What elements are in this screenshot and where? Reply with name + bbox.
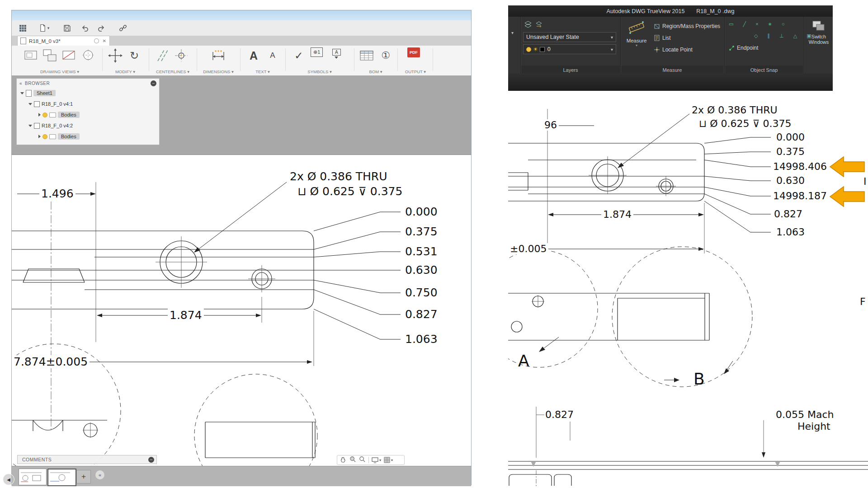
group-label[interactable]: CENTERLINES ▾ xyxy=(151,69,195,74)
tree-label: Bodies xyxy=(58,112,80,118)
expand-icon[interactable] xyxy=(28,103,32,105)
feature-control-frame-icon[interactable]: ⊕1 xyxy=(311,47,323,57)
surface-finish-icon[interactable]: ✓ xyxy=(291,47,307,64)
collapse-panel-icon[interactable]: ◀ xyxy=(3,474,14,485)
comments-bar[interactable]: COMMENTS – xyxy=(17,455,157,464)
visibility-bulb-icon[interactable] xyxy=(42,134,47,139)
switch-windows-button[interactable]: Switch Windows xyxy=(805,19,833,45)
ribbon-group-centerlines: CENTERLINES ▾ xyxy=(151,46,195,75)
display-settings-icon[interactable]: ▾ xyxy=(372,457,381,463)
visibility-bulb-icon[interactable] xyxy=(42,113,47,117)
sheet-thumbnails-bar: + « xyxy=(12,466,471,486)
centerline-icon[interactable] xyxy=(154,47,170,64)
comments-minimize-icon[interactable]: – xyxy=(148,457,154,463)
browser-collapse-icon[interactable]: « xyxy=(19,81,22,86)
group-label[interactable]: DIMENSIONS ▾ xyxy=(198,69,238,74)
save-icon[interactable] xyxy=(62,23,71,33)
dim-length: 1.874 xyxy=(601,209,633,220)
zoom-icon[interactable] xyxy=(359,456,366,465)
endpoint-snap-item[interactable]: Endpoint xyxy=(729,45,758,51)
tree-row-bodies-1[interactable]: Bodies xyxy=(17,109,159,120)
tree-row-bodies-2[interactable]: Bodies xyxy=(17,131,159,142)
layer-on-bulb-icon xyxy=(526,47,531,52)
redo-icon[interactable] xyxy=(97,23,106,33)
view-label-a: A xyxy=(518,352,529,370)
pan-icon[interactable] xyxy=(340,456,347,465)
fusion-titlebar[interactable] xyxy=(12,10,471,20)
tree-row-sheet1[interactable]: Sheet1 xyxy=(17,88,159,99)
tree-row-component-1[interactable]: R18_F_0 v4:1 xyxy=(17,99,159,109)
comments-label: COMMENTS xyxy=(18,457,52,462)
add-sheet-button[interactable]: + xyxy=(76,470,91,483)
group-label[interactable]: OUTPUT ▾ xyxy=(399,69,432,74)
collapse-thumbnails-icon[interactable]: « xyxy=(95,470,104,479)
app-grid-icon[interactable] xyxy=(18,23,27,33)
pdf-output-icon[interactable]: PDF xyxy=(407,47,420,57)
group-label[interactable]: BOM ▾ xyxy=(356,69,396,74)
browser-minimize-icon[interactable]: – xyxy=(151,80,156,86)
sheet-thumbnail-2[interactable] xyxy=(47,469,76,486)
collapse-icon[interactable] xyxy=(38,113,41,117)
tree-row-component-2[interactable]: R18_F_0 v4:2 xyxy=(17,120,159,131)
panel-dropdown-icon[interactable]: ▾ xyxy=(511,30,514,35)
move-icon[interactable] xyxy=(107,47,123,64)
file-icon[interactable] xyxy=(38,23,47,33)
component-icon xyxy=(34,101,40,107)
collapse-icon[interactable] xyxy=(38,135,41,138)
undo-icon[interactable] xyxy=(80,23,90,33)
base-view-icon[interactable] xyxy=(23,47,39,64)
center-mark-icon[interactable] xyxy=(173,47,189,64)
trueview-titlebar[interactable]: Autodesk DWG TrueView 2015 R18_M_0 .dwg xyxy=(508,5,833,17)
item-label: Locate Point xyxy=(662,47,693,53)
tree-label: R18_F_0 v4:2 xyxy=(42,123,73,128)
ribbon-panel-switch-windows: Switch Windows xyxy=(805,17,833,75)
file-dropdown-icon[interactable]: ▾ xyxy=(46,23,51,33)
document-tab[interactable]: R18_M_0 v3* ✕ xyxy=(17,36,110,46)
browser-header[interactable]: « BROWSER – xyxy=(17,79,159,88)
projected-view-icon[interactable] xyxy=(42,47,58,64)
tab-close-icon[interactable]: ✕ xyxy=(103,38,106,43)
view-navigation-bar: ▾ ▾ xyxy=(337,455,405,465)
layer-state-dropdown[interactable]: Unsaved Layer State ▾ xyxy=(523,32,616,42)
group-label[interactable]: TEXT ▾ xyxy=(242,69,283,74)
rotate-icon[interactable]: ↻ xyxy=(126,47,142,64)
document-tab-title: R18_M_0 v3* xyxy=(29,38,61,44)
list-item[interactable]: List xyxy=(654,35,671,41)
link-icon[interactable] xyxy=(118,23,127,33)
leader-text-icon[interactable]: A xyxy=(264,47,281,64)
tree-label: R18_F_0 v4:1 xyxy=(42,101,73,107)
dimension-icon[interactable] xyxy=(210,47,226,64)
layer-transfer-icon[interactable] xyxy=(535,20,543,30)
document-icon xyxy=(20,38,26,44)
grid-settings-icon[interactable]: ▾ xyxy=(384,457,393,463)
section-view-icon[interactable] xyxy=(61,47,77,64)
layer-color-swatch xyxy=(540,47,545,52)
dim-stack-3: 0.630 xyxy=(405,263,438,277)
tab-unsaved-icon xyxy=(94,38,99,43)
layer-state-icon[interactable] xyxy=(524,20,532,30)
layer-dropdown[interactable]: ☀ 0 ▾ xyxy=(523,44,616,54)
expand-icon[interactable] xyxy=(28,125,32,127)
locate-point-item[interactable]: Locate Point xyxy=(654,47,693,53)
osnap-icons-row1[interactable]: ▭ ╱ × ∗ ○ xyxy=(729,21,789,27)
sheet-thumbnail-1[interactable] xyxy=(19,469,47,485)
dim-overall: 7.874±0.005 xyxy=(12,355,90,368)
dim-tolerance: ±0.005 xyxy=(508,243,548,254)
hole-callout-line1: 2x Ø 0.386 THRU xyxy=(692,104,778,116)
region-mass-properties-item[interactable]: Region/Mass Properties xyxy=(654,23,720,29)
zoom-window-icon[interactable] xyxy=(349,456,356,465)
detail-view-icon[interactable] xyxy=(80,47,96,64)
dim-stack-1: 0.375 xyxy=(776,146,805,157)
layer-state-value: Unsaved Layer State xyxy=(526,34,579,40)
group-label[interactable]: DRAWING VIEWS ▾ xyxy=(19,69,101,74)
group-label[interactable]: SYMBOLS ▾ xyxy=(287,69,352,74)
measure-button[interactable]: Measure ▾ xyxy=(625,19,648,47)
note-line2: Height xyxy=(797,421,830,432)
table-icon[interactable] xyxy=(359,47,375,64)
text-icon[interactable]: A xyxy=(245,47,262,64)
balloon-icon[interactable]: ① xyxy=(377,47,394,64)
group-label[interactable]: MODIFY ▾ xyxy=(104,69,147,74)
datum-icon[interactable]: A xyxy=(332,47,341,59)
dim-length: 1.874 xyxy=(168,309,204,322)
expand-icon[interactable] xyxy=(20,92,24,94)
